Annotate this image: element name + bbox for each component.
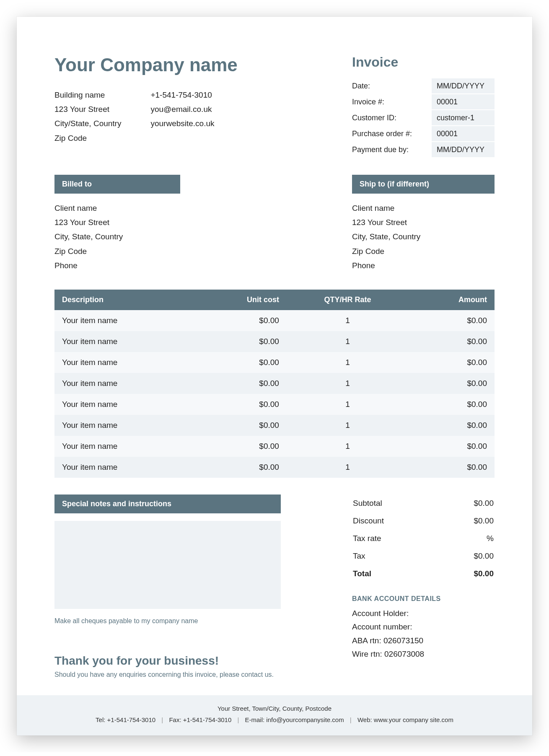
- company-website: yourwebsite.co.uk: [150, 117, 214, 131]
- invoice-meta-value[interactable]: 00001: [432, 94, 495, 109]
- item-qty: 1: [287, 394, 409, 415]
- item-qty: 1: [287, 457, 409, 478]
- item-unit-cost: $0.00: [193, 331, 286, 352]
- item-unit-cost: $0.00: [193, 373, 286, 394]
- totals-row: Subtotal$0.00: [352, 495, 495, 512]
- invoice-meta-value[interactable]: MM/DD/YYYY: [432, 78, 495, 93]
- table-row: Your item name$0.001$0.00: [54, 436, 495, 457]
- invoice-meta-row: Payment due by:MM/DD/YYYY: [352, 142, 495, 157]
- item-amount: $0.00: [409, 457, 495, 478]
- invoice-meta-row: Purchase order #:00001: [352, 126, 495, 141]
- invoice-meta-block: Invoice Date:MM/DD/YYYYInvoice #:00001Cu…: [352, 54, 495, 158]
- col-amount: Amount: [409, 290, 495, 310]
- totals-value: $0.00: [474, 551, 494, 561]
- item-description: Your item name: [54, 457, 193, 478]
- footer-web: www.your company site.com: [374, 716, 453, 723]
- totals-row: Tax$0.00: [352, 547, 495, 565]
- item-qty: 1: [287, 415, 409, 436]
- company-building: Building name: [54, 88, 121, 102]
- notes-block: Special notes and instructions Make all …: [54, 495, 281, 678]
- item-amount: $0.00: [409, 394, 495, 415]
- item-description: Your item name: [54, 394, 193, 415]
- ship-to-line: Zip Code: [352, 244, 495, 259]
- table-row: Your item name$0.001$0.00: [54, 394, 495, 415]
- billed-to-line: 123 Your Street: [54, 215, 180, 230]
- billed-to-line: Client name: [54, 201, 180, 215]
- company-zip: Zip Code: [54, 131, 121, 145]
- invoice-meta-row: Invoice #:00001: [352, 94, 495, 109]
- thanks-block: Thank you for your business! Should you …: [54, 654, 281, 678]
- invoice-page: Your Company name Building name 123 Your…: [17, 17, 532, 735]
- item-qty: 1: [287, 310, 409, 331]
- col-unit-cost: Unit cost: [193, 290, 286, 310]
- cheque-note: Make all cheques payable to my company n…: [54, 617, 281, 625]
- item-description: Your item name: [54, 310, 193, 331]
- totals-value: %: [487, 534, 494, 543]
- company-city: City/State, Country: [54, 117, 121, 131]
- invoice-meta-value[interactable]: MM/DD/YYYY: [432, 142, 495, 157]
- invoice-meta-label: Purchase order #:: [352, 126, 432, 141]
- footer-web-label: Web:: [357, 716, 372, 723]
- total-label: Total: [353, 569, 371, 578]
- item-description: Your item name: [54, 436, 193, 457]
- company-name: Your Company name: [54, 54, 352, 75]
- ship-to-block: Ship to (if different) Client name123 Yo…: [352, 175, 495, 273]
- totals-row: Discount$0.00: [352, 512, 495, 530]
- totals-label: Tax rate: [353, 534, 381, 543]
- invoice-meta-label: Customer ID:: [352, 110, 432, 125]
- item-unit-cost: $0.00: [193, 436, 286, 457]
- totals-row: Tax rate%: [352, 530, 495, 547]
- company-address: Building name 123 Your Street City/State…: [54, 88, 121, 145]
- table-row: Your item name$0.001$0.00: [54, 415, 495, 436]
- item-qty: 1: [287, 331, 409, 352]
- item-description: Your item name: [54, 331, 193, 352]
- table-row: Your item name$0.001$0.00: [54, 310, 495, 331]
- item-unit-cost: $0.00: [193, 457, 286, 478]
- item-unit-cost: $0.00: [193, 310, 286, 331]
- company-street: 123 Your Street: [54, 102, 121, 117]
- invoice-meta-label: Invoice #:: [352, 94, 432, 109]
- bank-heading: BANK ACCOUNT DETAILS: [352, 595, 495, 603]
- ship-to-header: Ship to (if different): [352, 175, 495, 194]
- invoice-meta-label: Date:: [352, 78, 432, 93]
- ship-to-line: Phone: [352, 259, 495, 273]
- totals-label: Tax: [353, 551, 365, 561]
- billed-to-line: City, State, Country: [54, 230, 180, 244]
- invoice-meta-row: Customer ID:customer-1: [352, 110, 495, 125]
- totals-value: $0.00: [474, 499, 494, 508]
- company-email: you@email.co.uk: [150, 102, 214, 117]
- totals-block: Subtotal$0.00Discount$0.00Tax rate%Tax$0…: [352, 495, 495, 678]
- ship-to-line: City, State, Country: [352, 230, 495, 244]
- thanks-sub: Should you have any enquiries concerning…: [54, 671, 281, 678]
- item-amount: $0.00: [409, 331, 495, 352]
- ship-to-line: Client name: [352, 201, 495, 215]
- notes-header: Special notes and instructions: [54, 495, 281, 513]
- bank-line: ABA rtn: 026073150: [352, 634, 495, 647]
- item-amount: $0.00: [409, 310, 495, 331]
- totals-label: Discount: [353, 516, 384, 526]
- bank-line: Account Holder:: [352, 607, 495, 620]
- item-qty: 1: [287, 373, 409, 394]
- table-row: Your item name$0.001$0.00: [54, 373, 495, 394]
- billed-to-line: Phone: [54, 259, 180, 273]
- item-qty: 1: [287, 352, 409, 373]
- billed-to-line: Zip Code: [54, 244, 180, 259]
- invoice-meta-value[interactable]: 00001: [432, 126, 495, 141]
- invoice-title: Invoice: [352, 54, 495, 70]
- footer-tel: +1-541-754-3010: [107, 716, 156, 723]
- col-qty: QTY/HR Rate: [287, 290, 409, 310]
- table-row: Your item name$0.001$0.00: [54, 352, 495, 373]
- notes-body[interactable]: [54, 521, 281, 609]
- item-description: Your item name: [54, 373, 193, 394]
- items-table: Description Unit cost QTY/HR Rate Amount…: [54, 290, 495, 478]
- item-unit-cost: $0.00: [193, 394, 286, 415]
- totals-label: Subtotal: [353, 499, 382, 508]
- invoice-meta-value[interactable]: customer-1: [432, 110, 495, 125]
- item-unit-cost: $0.00: [193, 352, 286, 373]
- invoice-meta-label: Payment due by:: [352, 142, 432, 157]
- thanks-title: Thank you for your business!: [54, 654, 281, 668]
- footer-tel-label: Tel:: [96, 716, 105, 723]
- footer-fax-label: Fax:: [169, 716, 181, 723]
- item-amount: $0.00: [409, 415, 495, 436]
- item-qty: 1: [287, 436, 409, 457]
